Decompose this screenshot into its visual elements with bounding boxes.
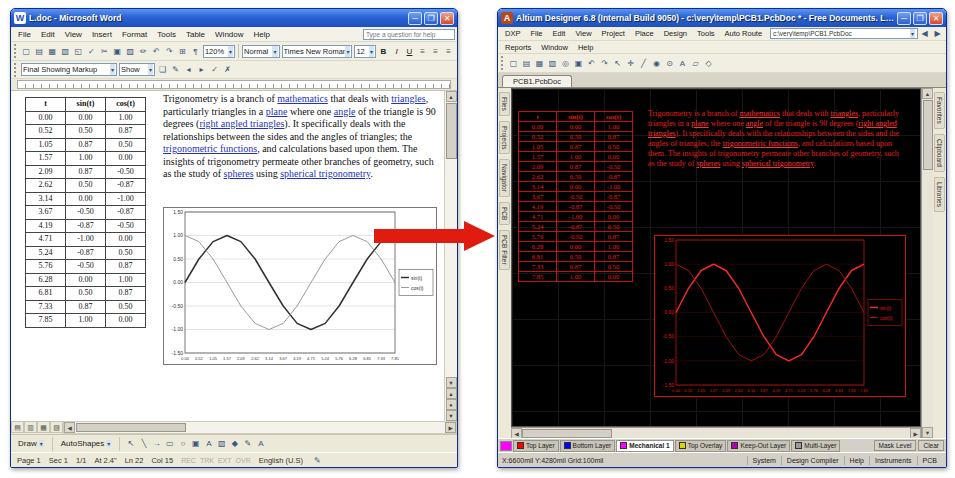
layer-tab[interactable]: Mechanical 1 [616, 440, 673, 452]
pc-board-document-tab[interactable]: PCB1.PcbDoc [502, 75, 572, 87]
horizontal-scrollbar[interactable]: ◀ ▶ [63, 421, 457, 434]
menu-item[interactable]: View [60, 29, 87, 40]
document-area[interactable]: tsin(t)cos(t) 0.00 0.00 1.00 0.52 0.50 0… [11, 91, 444, 421]
menu-item[interactable]: Project [597, 28, 630, 39]
menu-item[interactable]: DXP [500, 28, 525, 39]
browse-previous-icon[interactable]: ▲ [446, 388, 457, 399]
menu-item[interactable]: Auto Route [720, 28, 768, 39]
menu-item[interactable]: Format [117, 29, 152, 40]
font-combo[interactable]: Times New Roman ▾ [282, 45, 353, 58]
vertical-scrollbar[interactable]: ▲ ▼ ▲ ● ▼ [444, 91, 457, 421]
minimize-button[interactable]: ─ [408, 12, 422, 25]
spelling-icon[interactable]: ✓ [85, 45, 98, 58]
panel-tab[interactable]: Clipboard [934, 134, 945, 172]
undo-icon[interactable]: ↶ [585, 57, 598, 70]
mask-level-button[interactable]: Mask Level [874, 440, 917, 451]
open-icon[interactable]: ▤ [33, 45, 46, 58]
zoom-in-icon[interactable]: ◎ [559, 57, 572, 70]
scroll-up-icon[interactable]: ▲ [446, 91, 457, 102]
insert-comment-icon[interactable]: ❏ [156, 63, 169, 76]
menu-item[interactable]: Design [659, 28, 692, 39]
scrollbar-thumb[interactable] [522, 429, 612, 438]
panel-tab[interactable]: PCB Filter [499, 230, 510, 270]
scroll-right-icon[interactable]: ▶ [445, 422, 456, 433]
menu-item[interactable]: Place [630, 28, 659, 39]
copy-icon[interactable]: ▣ [111, 45, 124, 58]
maximize-button[interactable]: ❐ [913, 12, 927, 25]
word-art-icon[interactable]: A [202, 437, 215, 450]
place-via-icon[interactable]: ⊙ [663, 57, 676, 70]
menu-item[interactable]: Window [210, 29, 248, 40]
document-path-combo[interactable]: c:\very\temp\PCB1.PcbDoc ▾ [770, 28, 918, 39]
menu-item[interactable]: Tools [152, 29, 181, 40]
redo-icon[interactable]: ↷ [598, 57, 611, 70]
current-layer-color-swatch[interactable] [500, 441, 512, 451]
accept-change-icon[interactable]: ✓ [208, 63, 221, 76]
scroll-up-icon[interactable]: ▲ [922, 88, 933, 99]
select-objects-icon[interactable]: ↖ [124, 437, 137, 450]
scroll-right-icon[interactable]: ▶ [910, 428, 921, 439]
toolbar-grip[interactable] [501, 56, 504, 70]
draw-menu-button[interactable]: Draw▾ [14, 438, 48, 449]
menu-item[interactable]: Table [181, 29, 210, 40]
panel-tab[interactable]: Navigator [499, 159, 510, 197]
place-polygon-icon[interactable]: ▱ [689, 57, 702, 70]
panel-tab[interactable]: Favorites [934, 92, 945, 129]
browser-forward-icon[interactable]: ▶ [931, 27, 944, 40]
close-button[interactable]: ✕ [929, 12, 943, 25]
layer-tab[interactable]: Top Layer [513, 440, 559, 452]
place-line-icon[interactable]: ╱ [637, 57, 650, 70]
scroll-down-icon[interactable]: ▼ [922, 427, 933, 438]
line-icon[interactable]: ╲ [137, 437, 150, 450]
normal-view-icon[interactable]: ▤ [11, 421, 24, 433]
arrow-icon[interactable]: → [150, 437, 163, 450]
menu-item[interactable]: File [13, 29, 36, 40]
autoshapes-menu-button[interactable]: AutoShapes▾ [57, 438, 116, 449]
menu-item[interactable]: Help [249, 29, 275, 40]
help-question-box[interactable]: Type a question for help [363, 29, 455, 40]
outline-view-icon[interactable]: ▨ [50, 421, 63, 433]
show-menu-button[interactable]: Show ▾ [119, 63, 155, 76]
panel-button[interactable]: Instruments [869, 456, 917, 465]
zoom-combo[interactable]: 120% ▾ [203, 45, 235, 58]
layer-tab[interactable]: Multi-Layer [791, 440, 840, 452]
redo-icon[interactable]: ↷ [163, 45, 176, 58]
panel-tab[interactable]: PCB [499, 202, 510, 225]
undo-icon[interactable]: ↶ [150, 45, 163, 58]
new-document-icon[interactable]: ▢ [507, 57, 520, 70]
menu-item[interactable]: View [570, 28, 596, 39]
reject-change-icon[interactable]: ✗ [221, 63, 234, 76]
font-color-icon[interactable]: A [254, 437, 267, 450]
display-for-review-combo[interactable]: Final Showing Markup ▾ [21, 63, 117, 76]
menu-item[interactable]: Edit [36, 29, 60, 40]
scrollbar-thumb[interactable] [923, 100, 933, 170]
panel-tab[interactable]: Projects [499, 121, 510, 154]
show-hide-pilcrow-icon[interactable]: ¶ [189, 45, 202, 58]
place-pad-icon[interactable]: ◉ [650, 57, 663, 70]
align-right-icon[interactable]: ≡ [442, 45, 455, 58]
toolbar-grip[interactable] [14, 63, 17, 77]
menu-item[interactable]: Tools [692, 28, 720, 39]
print-icon[interactable]: ▧ [546, 57, 559, 70]
close-button[interactable]: ✕ [440, 12, 454, 25]
underline-icon[interactable]: U [403, 45, 416, 58]
zoom-fit-icon[interactable]: ▣ [572, 57, 585, 70]
panel-button[interactable]: System [747, 456, 781, 465]
toolbar-grip[interactable] [14, 44, 17, 58]
track-changes-icon[interactable]: ✎ [169, 63, 182, 76]
print-layout-view-icon[interactable]: ▦ [37, 421, 50, 433]
panel-button[interactable]: Design Compiler [781, 456, 844, 465]
canvas-horizontal-scrollbar[interactable]: ◀ ▶ [511, 427, 921, 438]
previous-change-icon[interactable]: ◂ [182, 63, 195, 76]
web-layout-view-icon[interactable]: ▥ [24, 421, 37, 433]
scroll-down-icon[interactable]: ▼ [446, 377, 457, 388]
browse-next-icon[interactable]: ▼ [446, 410, 457, 421]
paste-icon[interactable]: ▨ [124, 45, 137, 58]
menu-item[interactable]: Window [536, 42, 573, 53]
menu-item[interactable]: Help [573, 42, 598, 53]
scrollbar-thumb[interactable] [446, 103, 457, 159]
align-left-icon[interactable]: ≡ [416, 45, 429, 58]
panel-button[interactable]: Help [844, 456, 869, 465]
layer-tab[interactable]: Keep-Out Layer [727, 440, 790, 452]
scrollbar-thumb[interactable] [76, 423, 186, 432]
